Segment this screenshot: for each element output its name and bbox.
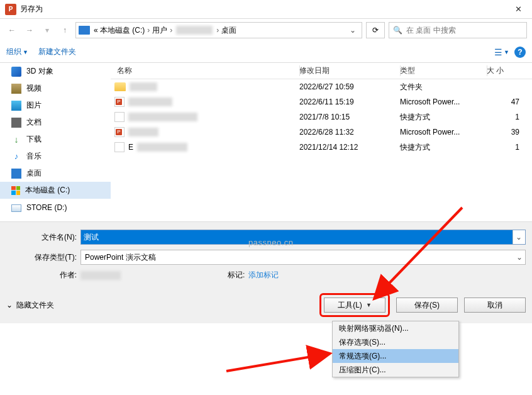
filename-text[interactable] [81,230,513,244]
back-button[interactable]: ← [5,23,19,37]
sidebar-item-drive-d[interactable]: STORE (D:) [0,199,111,216]
search-input[interactable]: 🔍 在 桌面 中搜索 [389,22,527,38]
music-icon: ♪ [11,152,21,162]
filetype-value: PowerPoint 演示文稿 [81,252,156,263]
breadcrumb-seg-desktop[interactable]: 桌面 [221,25,236,36]
close-button[interactable]: ✕ [506,0,531,19]
cell-size: 1 [487,143,519,152]
cell-size: 39 [487,128,519,136]
address-bar[interactable]: « 本地磁盘 (C:) › 用户 › › 桌面 ⌄ [75,22,362,38]
menu-item[interactable]: 映射网络驱动器(N)... [333,321,458,335]
hide-folders-toggle[interactable]: ⌄ 隐藏文件夹 [6,300,54,311]
table-row[interactable]: 2022/6/28 11:32Microsoft Power...39 [111,125,532,140]
help-icon[interactable]: ? [514,47,526,58]
cell-type: 文件夹 [400,82,487,92]
menu-item[interactable]: 压缩图片(C)... [333,363,458,377]
window-title: 另存为 [20,4,506,14]
table-row[interactable]: 2021/7/8 10:15快捷方式1 [111,109,532,125]
breadcrumb-seg-hidden[interactable] [176,26,213,35]
breadcrumb[interactable]: « 本地磁盘 (C:) › 用户 › › 桌面 [94,25,236,36]
search-icon: 🔍 [393,26,402,35]
main-area: 3D 对象 视频 图片 文档 ↓下载 ♪音乐 桌面 本地磁盘 (C:) STOR… [0,63,532,221]
svg-line-1 [226,353,330,371]
video-icon [11,84,21,94]
cell-type: 快捷方式 [400,142,487,153]
download-icon: ↓ [11,135,21,145]
cell-type: Microsoft Power... [400,128,487,136]
save-button[interactable]: 保存(S) [396,298,458,313]
view-mode-button[interactable]: ☰▼ [494,47,509,57]
col-type[interactable]: 类型 [400,65,487,76]
folder-icon [79,26,90,35]
new-folder-button[interactable]: 新建文件夹 [38,47,76,57]
table-row[interactable]: 2022/6/11 15:19Microsoft Power...47 [111,94,532,109]
author-label: 作者: [6,270,80,281]
cube-icon [11,67,21,77]
chevron-down-icon: ⌄ [6,301,13,309]
chevron-right-icon: › [147,26,150,35]
sidebar-item-pictures[interactable]: 图片 [0,97,111,114]
sidebar-item-3d[interactable]: 3D 对象 [0,63,111,80]
refresh-button[interactable]: ⟳ [366,22,385,38]
file-list: 名称 修改日期 类型 大 小 2022/6/27 10:59文件夹2022/6/… [111,63,532,221]
tools-button[interactable]: 工具(L) ▼ [324,298,385,313]
shortcut-icon [114,142,125,152]
breadcrumb-seg-root[interactable]: « 本地磁盘 (C:) [94,25,145,36]
filename-label: 文件名(N): [6,232,80,243]
add-tag-link[interactable]: 添加标记 [248,270,279,281]
save-fields: 文件名(N): ⌄ 保存类型(T): PowerPoint 演示文稿 ⌄ 作者:… [0,221,532,287]
recent-dropdown[interactable]: ▾ [40,23,54,37]
sidebar-item-desktop[interactable]: 桌面 [0,165,111,182]
sidebar-item-music[interactable]: ♪音乐 [0,148,111,165]
tags-label: 标记: [228,270,245,281]
menu-item[interactable]: 常规选项(G)... [333,349,458,363]
filename-hidden [128,113,197,121]
filename-dropdown[interactable]: ⌄ [513,230,524,244]
col-date[interactable]: 修改日期 [299,65,400,76]
breadcrumb-seg-users[interactable]: 用户 [152,25,167,36]
action-bar: ⌄ 隐藏文件夹 工具(L) ▼ 保存(S) 取消 [0,287,532,323]
ppt-icon [114,97,125,107]
filename-input[interactable]: ⌄ [80,230,526,245]
sidebar-item-drive-c[interactable]: 本地磁盘 (C:) [0,182,111,199]
filetype-label: 保存类型(T): [6,252,80,263]
shortcut-icon [114,112,125,122]
search-placeholder: 在 桌面 中搜索 [406,25,456,36]
cell-date: 2022/6/27 10:59 [299,82,400,91]
cell-size: 1 [487,113,519,121]
cell-type: 快捷方式 [400,112,487,123]
cancel-button[interactable]: 取消 [464,298,526,313]
windows-icon [11,186,20,195]
menu-item[interactable]: 保存选项(S)... [333,335,458,349]
organize-button[interactable]: 组织▼ [6,47,28,57]
filename-hidden [128,97,172,106]
document-icon [11,118,21,128]
tools-highlight: 工具(L) ▼ [319,293,390,317]
filename-hidden [137,143,187,152]
col-size[interactable]: 大 小 [487,65,519,76]
cell-size: 47 [487,97,519,106]
up-button[interactable]: ↑ [58,23,72,37]
table-row[interactable]: 2022/6/27 10:59文件夹 [111,79,532,94]
cell-type: Microsoft Power... [400,97,487,106]
ppt-icon [114,127,125,137]
filetype-select[interactable]: PowerPoint 演示文稿 ⌄ [80,250,526,265]
author-value-hidden[interactable] [80,271,121,280]
cell-date: 2021/12/14 12:12 [299,143,400,152]
sidebar-item-videos[interactable]: 视频 [0,80,111,97]
filename-hidden [128,128,158,136]
forward-button[interactable]: → [23,23,36,37]
nav-row: ← → ▾ ↑ « 本地磁盘 (C:) › 用户 › › 桌面 ⌄ ⟳ 🔍 在 … [0,19,532,42]
address-dropdown[interactable]: ⌄ [346,26,359,35]
sidebar: 3D 对象 视频 图片 文档 ↓下载 ♪音乐 桌面 本地磁盘 (C:) STOR… [0,63,111,221]
sidebar-item-documents[interactable]: 文档 [0,114,111,131]
col-name[interactable]: 名称 [111,65,299,76]
chevron-right-icon: › [170,26,172,35]
toolbar: 组织▼ 新建文件夹 ☰▼ ? [0,42,532,63]
sidebar-item-downloads[interactable]: ↓下载 [0,131,111,148]
picture-icon [11,101,21,111]
table-row[interactable]: E2021/12/14 12:12快捷方式1 [111,140,532,155]
chevron-right-icon: › [216,26,219,35]
app-icon: P [5,4,16,15]
columns-header[interactable]: 名称 修改日期 类型 大 小 [111,63,532,79]
